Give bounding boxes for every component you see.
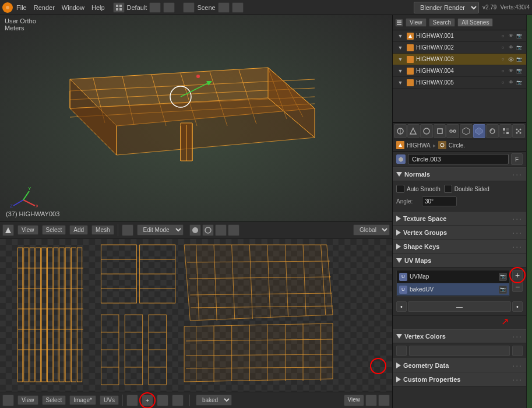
uv-arrow-btn[interactable]	[172, 395, 184, 406]
vc-dot-btn[interactable]	[396, 346, 407, 356]
texture-space-header[interactable]: Texture Space ···	[393, 212, 526, 226]
shape-keys-header[interactable]: Shape Keys ···	[393, 240, 526, 254]
item-eye-icon[interactable]: 👁	[508, 79, 515, 86]
shading-texture[interactable]	[215, 224, 227, 236]
item-render-icon[interactable]: 📷	[516, 44, 523, 51]
object-name-input[interactable]	[408, 154, 509, 164]
item-eye-icon[interactable]	[508, 56, 515, 63]
viewport-view-btn[interactable]: View	[17, 225, 38, 235]
item-render-icon[interactable]: 📷	[516, 68, 523, 75]
uv-image-btn[interactable]: Image*	[69, 395, 96, 405]
uv-map-uvmap[interactable]: U UVMap 📷	[397, 270, 509, 283]
uv-select-btn[interactable]: Select	[42, 395, 66, 405]
uv-minus-btn[interactable]	[157, 395, 168, 406]
scene-close[interactable]	[232, 2, 244, 13]
transform-orientation[interactable]: Global	[353, 224, 390, 235]
layout-add[interactable]	[149, 2, 161, 13]
uv-editor[interactable]: View Select Image* UVs + baked View	[0, 239, 392, 408]
scene-name[interactable]: Scene	[197, 4, 215, 11]
prop-material-icon[interactable]	[486, 124, 499, 138]
edit-mode-select[interactable]: Edit Mode	[137, 224, 184, 235]
3d-viewport[interactable]: User Ortho Meters X Y Z (37) HIGHWAY00	[0, 15, 392, 239]
layout-name[interactable]: Default	[127, 4, 147, 11]
uv-add-btn[interactable]: +	[142, 395, 153, 406]
menu-help[interactable]: Help	[91, 4, 105, 11]
prop-particles-icon[interactable]	[512, 124, 525, 138]
menu-render[interactable]: Render	[34, 4, 55, 11]
scene-add[interactable]	[218, 2, 230, 13]
props-content[interactable]: Normals ··· Auto Smooth Double Sided	[393, 167, 526, 408]
viewport-add-btn[interactable]: Add	[69, 225, 88, 235]
uv-view-btn[interactable]: View	[17, 395, 38, 405]
outliner-item-selected[interactable]: ▼ HIGHWAY.003 ○ 📷	[393, 54, 526, 65]
item-eye-icon[interactable]: 👁	[508, 33, 515, 40]
layout-close[interactable]	[163, 2, 175, 13]
outliner-item[interactable]: ▼ HIGHWAY.004 ○ 👁 📷	[393, 65, 526, 77]
vertex-colors-header[interactable]: Vertex Colors ···	[393, 329, 526, 343]
custom-props-header[interactable]: Custom Properties ···	[393, 372, 526, 386]
item-render-icon[interactable]: 📷	[516, 56, 523, 63]
uv-pin-btn[interactable]	[378, 395, 390, 406]
item-eye-icon[interactable]: 👁	[508, 68, 515, 75]
item-render-icon[interactable]: 📷	[516, 79, 523, 86]
uv-image-select[interactable]: baked	[196, 395, 232, 406]
auto-smooth-checkbox[interactable]	[396, 185, 404, 193]
uv-map-bakeduv[interactable]: U bakedUV 📷	[397, 283, 509, 296]
prop-world-icon[interactable]	[420, 124, 433, 138]
viewport-mesh-btn[interactable]: Mesh	[91, 225, 114, 235]
prop-texture-icon[interactable]	[499, 124, 512, 138]
prop-object-icon[interactable]	[434, 124, 446, 138]
uv-remove-button[interactable]: −	[512, 282, 523, 292]
angle-field[interactable]	[422, 196, 457, 206]
item-eye-icon[interactable]: 👁	[508, 44, 515, 51]
double-sided-wrap[interactable]: Double Sided	[444, 185, 489, 193]
uv-uvs-btn[interactable]: UVs	[100, 395, 119, 405]
item-restrict-icon[interactable]: ○	[499, 68, 506, 75]
object-f-btn[interactable]: F	[511, 153, 523, 165]
shading-solid[interactable]	[189, 224, 201, 236]
uv-maps-header[interactable]: UV Maps	[393, 254, 526, 268]
uv-mode2-icon[interactable]	[126, 395, 138, 406]
uv-view-btn-right[interactable]: View	[344, 395, 365, 406]
prop-scene-icon[interactable]	[407, 124, 420, 138]
outliner-view-btn[interactable]: View	[406, 18, 427, 27]
menu-file[interactable]: File	[16, 4, 27, 11]
render-engine-select[interactable]: Blender Render	[414, 2, 479, 13]
uv-map-camera-icon[interactable]: 📷	[499, 273, 507, 281]
viewport-mode-icon[interactable]	[2, 224, 14, 236]
viewport-select-btn[interactable]: Select	[42, 225, 66, 235]
outliner-search-btn[interactable]: Search	[429, 18, 456, 27]
outliner-item[interactable]: ▼ HIGHWAY.001 ○ 👁 📷	[393, 30, 526, 42]
menu-window[interactable]: Window	[62, 4, 84, 11]
shading-material[interactable]	[228, 224, 239, 236]
item-restrict-icon[interactable]: ○	[499, 44, 506, 51]
outliner-item[interactable]: ▼ HIGHWAY.005 ○ 👁 📷	[393, 77, 526, 89]
prop-modifier-icon[interactable]	[460, 124, 473, 138]
prop-constraint-icon[interactable]	[446, 124, 459, 138]
uv-add-button[interactable]: +	[512, 270, 523, 280]
item-restrict-icon[interactable]: ○	[499, 33, 506, 40]
vc-dot-btn-2[interactable]	[512, 346, 523, 356]
double-sided-checkbox[interactable]	[444, 185, 452, 193]
item-restrict-icon[interactable]: ○	[499, 79, 506, 86]
mode-icon[interactable]	[122, 224, 133, 236]
uv-dot-btn-2[interactable]: •	[512, 301, 523, 312]
auto-smooth-wrap[interactable]: Auto Smooth	[396, 185, 441, 193]
normals-section-header[interactable]: Normals ···	[393, 167, 526, 181]
main-layout: User Ortho Meters X Y Z (37) HIGHWAY00	[0, 15, 532, 408]
uv-sync-btn[interactable]	[365, 395, 377, 406]
svg-line-32	[23, 191, 29, 200]
item-render-icon[interactable]: 📷	[516, 33, 523, 40]
vertex-groups-header[interactable]: Vertex Groups ···	[393, 226, 526, 240]
uv-dot-btn[interactable]: •	[396, 301, 407, 312]
prop-data-icon[interactable]	[473, 124, 486, 138]
uv-mode-icon[interactable]	[2, 395, 14, 406]
shading-wire[interactable]	[202, 224, 214, 236]
vc-controls-row	[396, 346, 523, 356]
prop-render-icon[interactable]	[394, 124, 407, 138]
item-restrict-icon[interactable]: ○	[499, 56, 506, 63]
outliner-item[interactable]: ▼ HIGHWAY.002 ○ 👁 📷	[393, 42, 526, 54]
uv-map-bakeduv-camera[interactable]: 📷	[499, 286, 507, 294]
geometry-data-header[interactable]: Geometry Data ···	[393, 358, 526, 372]
outliner-all-scenes-btn[interactable]: All Scenes	[457, 18, 493, 27]
